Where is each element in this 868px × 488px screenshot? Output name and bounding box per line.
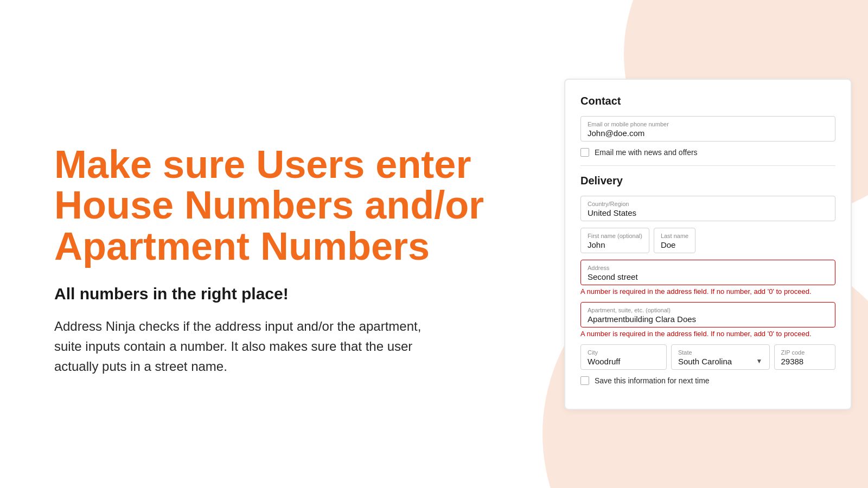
state-col: State South Carolina ▼ [671, 344, 770, 370]
city-label: City [588, 349, 660, 356]
city-field-wrapper[interactable]: City Woodruff [580, 344, 667, 370]
zip-value: 29388 [781, 357, 829, 366]
apt-field-wrapper[interactable]: Apartment, suite, etc. (optional) Apartm… [580, 302, 835, 328]
first-name-field[interactable]: First name (optional) John [580, 228, 649, 253]
save-checkbox-label: Save this information for next time [595, 376, 710, 385]
city-value: Woodruff [588, 357, 660, 366]
email-label: Email or mobile phone number [588, 121, 828, 127]
address-error-msg: A number is required in the address fiel… [580, 287, 835, 296]
last-name-label: Last name [661, 233, 688, 239]
description-text: Address Ninja checks if the address inpu… [54, 316, 434, 377]
state-label: State [678, 349, 754, 356]
sub-headline: All numbers in the right place! [54, 285, 521, 303]
first-name-col: First name (optional) John [580, 228, 649, 253]
zip-col: ZIP code 29388 [774, 344, 836, 370]
zip-field-wrapper[interactable]: ZIP code 29388 [774, 344, 836, 370]
contact-section-title: Contact [580, 95, 835, 107]
apt-error-msg: A number is required in the address fiel… [580, 330, 835, 338]
save-checkbox[interactable] [580, 376, 589, 385]
apt-field-group: Apartment, suite, etc. (optional) Apartm… [580, 302, 835, 338]
state-chevron-icon: ▼ [756, 357, 763, 365]
right-panel: Contact Email or mobile phone number Joh… [564, 0, 868, 488]
apt-label: Apartment, suite, etc. (optional) [588, 307, 828, 313]
section-divider [580, 165, 835, 166]
last-name-value: Doe [661, 240, 688, 249]
email-checkbox-row: Email me with news and offers [580, 148, 835, 157]
delivery-section-title: Delivery [580, 175, 835, 187]
left-panel: Make sure Users enter House Numbers and/… [0, 0, 564, 488]
address-field-wrapper[interactable]: Address Second street [580, 260, 835, 285]
email-field-wrapper[interactable]: Email or mobile phone number John@doe.co… [580, 116, 835, 142]
country-value: United States [588, 208, 828, 217]
address-value: Second street [588, 272, 828, 281]
main-headline: Make sure Users enter House Numbers and/… [54, 144, 521, 267]
name-row: First name (optional) John Last name Doe [580, 228, 835, 253]
state-inner: State South Carolina [678, 349, 754, 366]
state-value: South Carolina [678, 357, 754, 366]
email-value: John@doe.com [588, 129, 828, 138]
save-checkbox-row: Save this information for next time [580, 376, 835, 385]
country-field-group: Country/Region United States [580, 196, 835, 221]
country-field-wrapper[interactable]: Country/Region United States [580, 196, 835, 221]
address-field-group: Address Second street A number is requir… [580, 260, 835, 296]
last-name-field[interactable]: Last name Doe [654, 228, 695, 253]
zip-label: ZIP code [781, 349, 829, 356]
address-label: Address [588, 265, 828, 271]
country-label: Country/Region [588, 201, 828, 207]
form-card: Contact Email or mobile phone number Joh… [564, 79, 852, 410]
apt-value: Apartmentbuilding Clara Does [588, 314, 828, 324]
first-name-label: First name (optional) [588, 233, 642, 239]
city-state-zip-row: City Woodruff State South Carolina ▼ [580, 344, 835, 370]
email-checkbox[interactable] [580, 148, 589, 157]
email-field-group: Email or mobile phone number John@doe.co… [580, 116, 835, 142]
first-name-value: John [588, 240, 642, 249]
city-col: City Woodruff [580, 344, 667, 370]
email-checkbox-label: Email me with news and offers [595, 148, 698, 157]
state-field-wrapper[interactable]: State South Carolina ▼ [671, 344, 770, 370]
last-name-col: Last name Doe [654, 228, 695, 253]
